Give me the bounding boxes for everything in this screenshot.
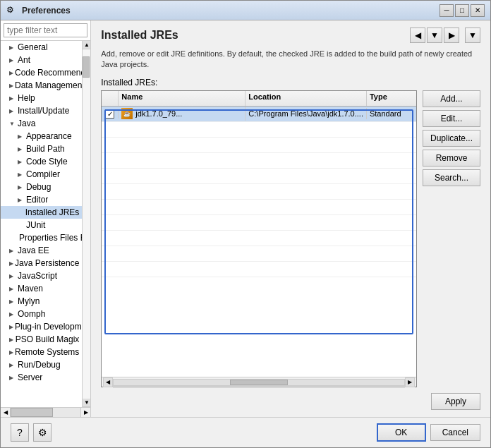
edit-button[interactable]: Edit... [423, 110, 480, 127]
h-scroll-right[interactable]: ▶ [405, 377, 415, 387]
sidebar-item-general[interactable]: ▶General [1, 41, 82, 54]
sidebar-item-label-remoteSystems: Remote Systems [15, 347, 79, 357]
minimize-button[interactable]: ─ [440, 4, 454, 17]
help-button[interactable]: ? [11, 423, 29, 442]
sidebar-item-dataManagement[interactable]: ▶Data Management [1, 79, 82, 92]
sidebar-item-codeStyle[interactable]: ▶Code Style [1, 155, 82, 168]
scroll-down-btn[interactable]: ▼ [83, 399, 90, 407]
sidebar-item-javaPersistence[interactable]: ▶Java Persistence [1, 257, 82, 270]
sidebar-item-appearance[interactable]: ▶Appearance [1, 130, 82, 143]
sidebar-item-runDebug[interactable]: ▶Run/Debug [1, 358, 82, 371]
tree-scrollbar[interactable]: ▲ ▼ [82, 41, 90, 407]
sidebar-item-label-dataManagement: Data Management [15, 80, 82, 90]
right-buttons: Add... Edit... Duplicate... Remove Searc… [423, 90, 480, 387]
sidebar-item-propertiesFilesEditor[interactable]: Properties Files Edito... [1, 231, 82, 244]
close-button[interactable]: ✕ [471, 4, 485, 17]
scroll-thumb[interactable] [83, 56, 90, 78]
sidebar-item-label-editor: Editor [26, 195, 48, 205]
tree-scroll-track [11, 408, 80, 417]
sidebar-item-psoBuildMagix[interactable]: ▶PSO Build Magix [1, 333, 82, 346]
sidebar-item-label-javaPersistence: Java Persistence [15, 258, 79, 268]
ok-button[interactable]: OK [377, 423, 426, 442]
sidebar-item-editor[interactable]: ▶Editor [1, 193, 82, 206]
sidebar-item-junit[interactable]: JUnit [1, 219, 82, 231]
jre-name-cell: ☕ jdk1.7.0_79... [119, 107, 246, 121]
jre-empty-row-4 [102, 169, 416, 184]
sidebar-item-java[interactable]: ▼Java [1, 117, 82, 130]
tree-scroll-left[interactable]: ◀ [1, 408, 11, 417]
window-title: Preferences [22, 6, 71, 16]
sidebar-item-label-compiler: Compiler [26, 169, 60, 179]
sidebar-item-label-java: Java [18, 119, 35, 128]
tree-arrow-mylyn: ▶ [9, 298, 16, 305]
sidebar-item-mylyn[interactable]: ▶Mylyn [1, 295, 82, 308]
sidebar-item-label-codeRecommenders: Code Recommenders [15, 68, 82, 78]
sidebar-item-label-help: Help [18, 93, 35, 103]
location-col-header[interactable]: Location [246, 91, 367, 106]
tree-arrow-buildPath: ▶ [18, 146, 25, 152]
sidebar-item-label-pluginDevelopment: Plug-in Development [15, 322, 82, 332]
jre-type-cell: Standard [367, 108, 416, 119]
sidebar-item-maven[interactable]: ▶Maven [1, 282, 82, 295]
sidebar-item-installedJREs[interactable]: Installed JREs [1, 206, 82, 219]
sidebar-item-ant[interactable]: ▶Ant [1, 54, 82, 66]
name-col-header[interactable]: Name [119, 91, 246, 106]
table-h-scrollbar: ◀ ▶ [102, 377, 416, 387]
sidebar-item-javaEE[interactable]: ▶Java EE [1, 244, 82, 257]
sidebar-item-label-installedJREs: Installed JREs [25, 207, 80, 217]
tree-arrow-codeStyle: ▶ [18, 159, 25, 165]
jre-table-body: ✓ ☕ jdk1.7.0_79... C:\Program Files\Java… [102, 107, 416, 377]
sidebar-item-oomph[interactable]: ▶Oomph [1, 308, 82, 320]
sidebar-item-help[interactable]: ▶Help [1, 92, 82, 104]
sidebar-item-pluginDevelopment[interactable]: ▶Plug-in Development [1, 320, 82, 333]
scroll-up-btn[interactable]: ▲ [83, 41, 90, 49]
tree-arrow-psoBuildMagix: ▶ [9, 337, 14, 343]
settings-button[interactable]: ⚙ [33, 423, 51, 442]
h-scroll-thumb[interactable] [230, 380, 288, 385]
sidebar-item-label-junit: JUnit [26, 220, 45, 230]
sidebar-item-label-installUpdate: Install/Update [18, 106, 69, 116]
cancel-button[interactable]: Cancel [430, 424, 480, 441]
maximize-button[interactable]: □ [455, 4, 469, 17]
sidebar-item-codeRecommenders[interactable]: ▶Code Recommenders [1, 66, 82, 79]
checkbox-icon[interactable]: ✓ [105, 109, 114, 119]
duplicate-button[interactable]: Duplicate... [423, 130, 480, 147]
jre-location-cell: C:\Program Files\Java\jdk1.7.0.... [246, 108, 367, 119]
filter-input[interactable] [4, 23, 87, 37]
tree-scroll-right[interactable]: ▶ [80, 408, 90, 417]
sidebar-item-installUpdate[interactable]: ▶Install/Update [1, 104, 82, 117]
tree-arrow-general: ▶ [9, 44, 16, 51]
remove-button[interactable]: Remove [423, 150, 480, 167]
jre-empty-row-3 [102, 153, 416, 169]
toolbar-dropdown[interactable]: ▼ [465, 28, 480, 43]
tree-area: ▶General▶Ant▶Code Recommenders▶Data Mana… [1, 41, 82, 407]
bottom-left: ? ⚙ [11, 423, 372, 442]
sidebar-item-label-debug: Debug [26, 182, 51, 192]
jre-row[interactable]: ✓ ☕ jdk1.7.0_79... C:\Program Files\Java… [102, 107, 416, 122]
panel-description: Add, remove or edit JRE definitions. By … [101, 49, 480, 71]
search-button[interactable]: Search... [423, 169, 480, 186]
sidebar-item-buildPath[interactable]: ▶Build Path [1, 143, 82, 155]
sidebar-item-label-propertiesFilesEditor: Properties Files Edito... [19, 233, 82, 243]
add-button[interactable]: Add... [423, 90, 480, 107]
sidebar-item-server[interactable]: ▶Server [1, 371, 82, 384]
tree-scroll-thumb[interactable] [11, 408, 53, 417]
apply-button[interactable]: Apply [431, 393, 480, 410]
h-scroll-left[interactable]: ◀ [103, 377, 113, 387]
tree-arrow-maven: ▶ [9, 286, 16, 292]
sidebar-item-debug[interactable]: ▶Debug [1, 181, 82, 193]
sidebar-item-compiler[interactable]: ▶Compiler [1, 168, 82, 181]
back-button[interactable]: ◀ [410, 28, 425, 43]
history-dropdown[interactable]: ▼ [427, 28, 442, 43]
forward-button[interactable]: ▶ [444, 28, 459, 43]
sidebar-item-javaScript[interactable]: ▶JavaScript [1, 270, 82, 282]
jre-checkbox[interactable]: ✓ [102, 109, 119, 119]
tree-arrow-java: ▼ [9, 121, 16, 127]
type-col-header[interactable]: Type [367, 91, 416, 106]
sidebar-item-remoteSystems[interactable]: ▶Remote Systems [1, 346, 82, 358]
tree-arrow-javaEE: ▶ [9, 248, 16, 254]
apply-row: Apply [101, 393, 480, 410]
tree-arrow-debug: ▶ [18, 184, 25, 190]
sidebar-item-label-runDebug: Run/Debug [18, 360, 61, 370]
tree-arrow-compiler: ▶ [18, 171, 25, 178]
